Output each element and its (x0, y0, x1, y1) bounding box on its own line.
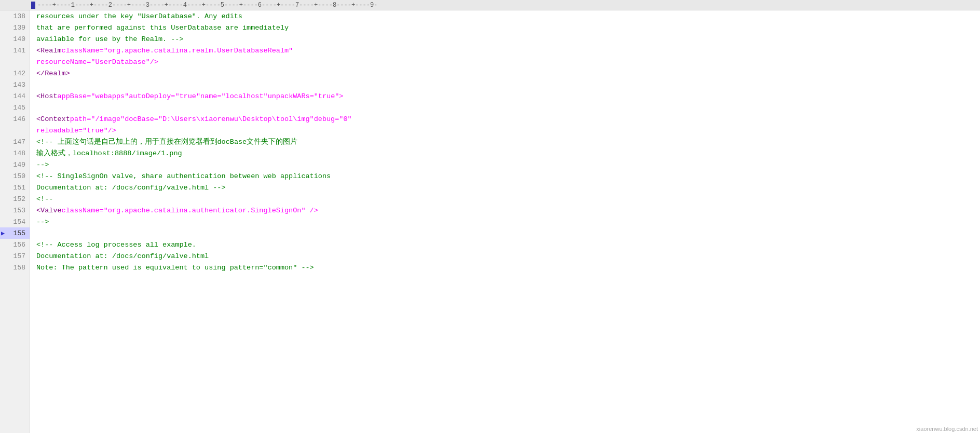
tag-segment: <Realm (36, 47, 62, 55)
line-number: 150 (0, 170, 30, 182)
attr-name-segment: debug= (314, 115, 339, 123)
line-number: 154 (0, 216, 30, 227)
tag-segment: </Realm> (36, 70, 70, 77)
line-numbers: 1381391401411421431441451461471481491501… (0, 10, 30, 433)
code-line: <!-- SingleSignOn valve, share authentic… (34, 170, 980, 182)
comment-segment: --> (36, 161, 49, 169)
code-line: Documentation at: /docs/config/valve.htm… (34, 250, 980, 262)
code-line: </Realm> (34, 67, 980, 79)
watermark: xiaorenwu.blog.csdn.net (916, 426, 978, 432)
attr-name-segment: unpackWARs= (268, 92, 314, 100)
attr-name-segment: appBase= (58, 92, 91, 100)
attr-name-segment: name= (200, 92, 222, 100)
attr-value-segment: "true"> (314, 92, 344, 100)
line-number: 147 (0, 136, 30, 147)
line-number (0, 125, 30, 136)
code-line: <Valve className="org.apache.catalina.au… (34, 205, 980, 216)
comment-segment: Documentation at: /docs/config/valve.htm… (36, 252, 209, 260)
ruler: ----+----1----+----2----+----3----+----4… (0, 0, 980, 10)
code-area: 1381391401411421431441451461471481491501… (0, 10, 980, 433)
comment-segment: <!-- (36, 195, 53, 203)
line-number: 142 (0, 67, 30, 79)
code-line: Documentation at: /docs/config/valve.htm… (34, 182, 980, 193)
attr-name-segment: autoDeploy= (129, 92, 175, 100)
line-number: 144 (0, 90, 30, 102)
code-line: resourceName="UserDatabase"/> (34, 56, 980, 67)
comment-segment: that are performed against this UserData… (36, 24, 289, 32)
comment-segment: <!-- 上面这句话是自己加上的，用于直接在浏览器看到docBase文件夹下的图… (36, 137, 297, 146)
code-line: reloadable="true"/> (34, 125, 980, 136)
comment-segment: resources under the key "UserDatabase". … (36, 12, 242, 20)
line-number: 149 (0, 159, 30, 170)
line-number: 141 (0, 45, 30, 56)
line-number: 139 (0, 22, 30, 33)
attr-value-segment: "0" (339, 115, 351, 123)
line-number: 151 (0, 182, 30, 193)
attr-name-segment: resourceName= (36, 58, 91, 66)
line-number: 158 (0, 262, 30, 273)
code-line (34, 227, 980, 239)
attr-value-segment: "org.apache.catalina.realm.UserDatabaseR… (104, 47, 293, 55)
comment-segment: available for use by the Realm. --> (36, 35, 184, 43)
attr-value-segment: "webapps" (91, 92, 129, 100)
code-line (34, 79, 980, 90)
attr-value-segment: "true"/> (83, 127, 116, 134)
comment-segment: <!-- SingleSignOn valve, share authentic… (36, 172, 331, 180)
attr-value-segment: "true" (175, 92, 200, 100)
attr-name-segment: className= (62, 47, 104, 55)
code-line: available for use by the Realm. --> (34, 33, 980, 45)
comment-segment: <!-- Access log processes all example. (36, 241, 196, 249)
code-line: <Realm className="org.apache.catalina.re… (34, 45, 980, 56)
attr-value-segment: "/image" (91, 115, 125, 123)
line-number (0, 56, 30, 67)
code-line: <!-- (34, 193, 980, 205)
comment-segment: --> (36, 218, 49, 226)
line-number: 153 (0, 205, 30, 216)
line-number: ▶155 (0, 227, 30, 239)
comment-segment: 输入格式，localhost:8888/image/1.png (36, 148, 182, 158)
code-line: <!-- Access log processes all example. (34, 239, 980, 250)
attr-value-segment: "org.apache.catalina.authenticator.Singl… (104, 207, 318, 214)
tag-segment: <Host (36, 92, 58, 100)
line-number: 143 (0, 79, 30, 90)
comment-segment: Documentation at: /docs/config/valve.htm… (36, 184, 226, 192)
tag-segment: <Valve (36, 207, 62, 214)
attr-name-segment: path= (70, 115, 91, 123)
line-number: 156 (0, 239, 30, 250)
attr-value-segment: "localhost" (222, 92, 268, 100)
line-number: 145 (0, 102, 30, 113)
line-number: 146 (0, 113, 30, 125)
line-number: 157 (0, 250, 30, 262)
code-line: <Context path="/image" docBase="D:\Users… (34, 113, 980, 125)
code-line: that are performed against this UserData… (34, 22, 980, 33)
code-line: resources under the key "UserDatabase". … (34, 10, 980, 22)
code-line: 输入格式，localhost:8888/image/1.png (34, 147, 980, 159)
code-content[interactable]: resources under the key "UserDatabase". … (30, 10, 980, 433)
attr-value-segment: "D:\Users\xiaorenwu\Desktop\tool\img" (158, 115, 314, 123)
code-lines: resources under the key "UserDatabase". … (34, 10, 980, 273)
code-line: --> (34, 159, 980, 170)
line-number: 148 (0, 147, 30, 159)
code-line: <!-- 上面这句话是自己加上的，用于直接在浏览器看到docBase文件夹下的图… (34, 136, 980, 147)
code-line: <Host appBase="webapps" autoDeploy="true… (34, 90, 980, 102)
line-number: 140 (0, 33, 30, 45)
editor-container: ----+----1----+----2----+----3----+----4… (0, 0, 980, 433)
code-line: --> (34, 216, 980, 227)
code-line: Note: The pattern used is equivalent to … (34, 262, 980, 273)
comment-segment: Note: The pattern used is equivalent to … (36, 264, 314, 272)
code-line (34, 102, 980, 113)
tag-segment: <Context (36, 115, 70, 123)
line-number: 138 (0, 10, 30, 22)
line-number: 152 (0, 193, 30, 205)
ruler-text: ----+----1----+----2----+----3----+----4… (37, 2, 377, 9)
attr-name-segment: reloadable= (36, 127, 83, 134)
attr-name-segment: className= (62, 207, 104, 214)
attr-value-segment: "UserDatabase"/> (91, 58, 158, 66)
attr-name-segment: docBase= (125, 115, 158, 123)
